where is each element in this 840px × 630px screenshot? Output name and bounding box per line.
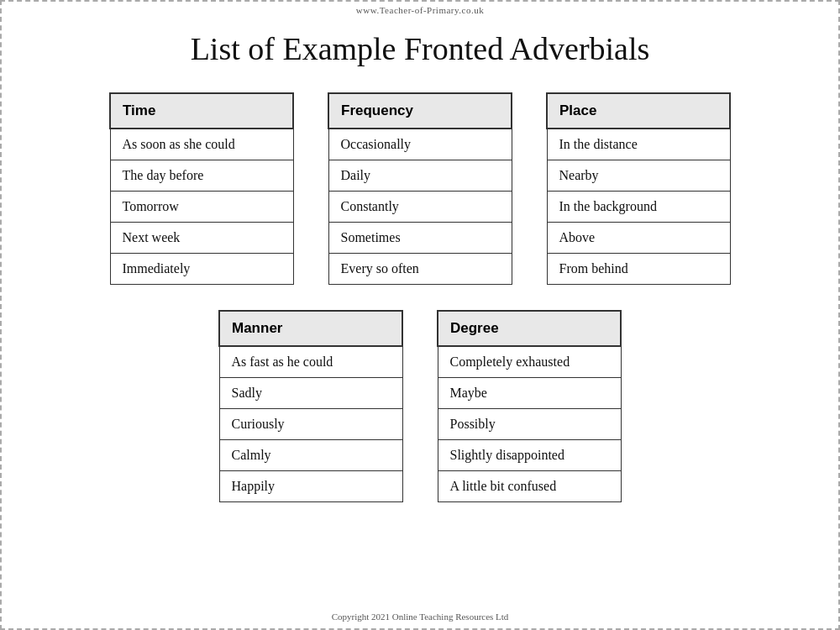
list-item: As soon as she could — [110, 129, 293, 160]
list-item: A little bit confused — [438, 471, 621, 502]
footer-copyright: Copyright 2021 Online Teaching Resources… — [2, 612, 838, 622]
list-item: Completely exhausted — [438, 346, 621, 378]
list-item: Happily — [219, 471, 402, 502]
list-item: Curiously — [219, 409, 402, 440]
list-item: Above — [547, 223, 730, 254]
tables-bottom-row: Manner As fast as he could Sadly Curious… — [2, 310, 838, 502]
manner-header: Manner — [219, 311, 402, 346]
tables-top-row: Time As soon as she could The day before… — [2, 92, 838, 285]
list-item: Next week — [110, 223, 293, 254]
list-item: As fast as he could — [219, 346, 402, 378]
list-item: Calmly — [219, 440, 402, 471]
page: www.Teacher-of-Primary.co.uk List of Exa… — [0, 0, 840, 630]
list-item: From behind — [547, 254, 730, 285]
manner-table: Manner As fast as he could Sadly Curious… — [218, 310, 403, 502]
site-url: www.Teacher-of-Primary.co.uk — [356, 5, 484, 15]
list-item: Possibly — [438, 409, 621, 440]
list-item: Occasionally — [328, 129, 512, 160]
place-header: Place — [547, 93, 730, 129]
degree-table: Degree Completely exhausted Maybe Possib… — [437, 310, 622, 502]
list-item: Maybe — [438, 378, 621, 409]
list-item: The day before — [110, 160, 293, 192]
list-item: Daily — [328, 160, 512, 192]
list-item: In the background — [547, 192, 730, 223]
place-table: Place In the distance Nearby In the back… — [546, 92, 731, 285]
frequency-table: Frequency Occasionally Daily Constantly … — [328, 92, 512, 285]
time-header: Time — [110, 93, 293, 129]
list-item: Constantly — [328, 192, 512, 223]
page-title: List of Example Fronted Adverbials — [191, 30, 650, 67]
list-item: In the distance — [547, 129, 730, 160]
list-item: Slightly disappointed — [438, 440, 621, 471]
list-item: Tomorrow — [110, 192, 293, 223]
list-item: Sadly — [219, 378, 402, 409]
list-item: Immediately — [110, 254, 293, 285]
degree-header: Degree — [438, 311, 621, 346]
frequency-header: Frequency — [328, 93, 512, 129]
time-table: Time As soon as she could The day before… — [109, 92, 294, 285]
list-item: Every so often — [328, 254, 512, 285]
list-item: Nearby — [547, 160, 730, 192]
list-item: Sometimes — [328, 223, 512, 254]
